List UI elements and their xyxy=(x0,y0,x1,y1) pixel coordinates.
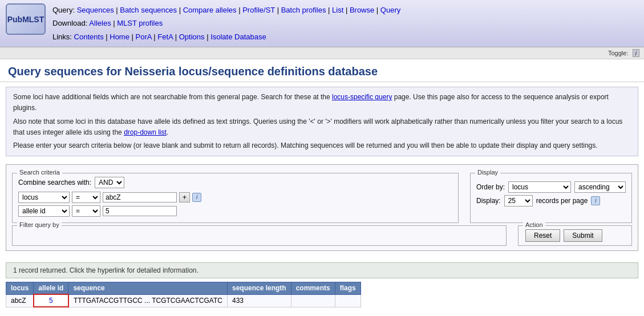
allele-id-link[interactable]: 5 xyxy=(49,297,53,305)
search-panel-inner: Search criteria Combine searches with: A… xyxy=(12,169,632,223)
records-per-page-label: records per page xyxy=(536,197,588,205)
nav-link-feta[interactable]: FetA xyxy=(157,33,173,41)
display-section: Display Order by: locus allele id sequen… xyxy=(470,173,632,223)
value-input-2[interactable] xyxy=(103,206,177,216)
toggle-bar: Toggle: i xyxy=(0,47,644,59)
direction-select[interactable]: ascending descending xyxy=(574,181,626,193)
nav-link-mlst-profiles[interactable]: MLST profiles xyxy=(117,19,163,27)
cell-locus: abcZ xyxy=(6,294,34,307)
col-sequence-length: sequence length xyxy=(227,282,291,295)
add-row-button[interactable]: + xyxy=(179,192,190,202)
criteria-row-2: allele id locus sequence = contains < > xyxy=(18,205,452,217)
nav-link-contents[interactable]: Contents xyxy=(74,33,104,41)
col-locus: locus xyxy=(6,282,34,295)
results-section: locus allele id sequence sequence length… xyxy=(6,282,638,307)
result-info-text: 1 record returned. Click the hyperlink f… xyxy=(13,266,199,274)
filter-section-title: Filter query by xyxy=(17,221,62,228)
records-per-page-select[interactable]: 10 25 50 100 all xyxy=(504,195,533,206)
toggle-label: Toggle: xyxy=(608,50,628,56)
nav-link-batch-sequences[interactable]: Batch sequences xyxy=(120,6,177,14)
order-by-row: Order by: locus allele id sequence lengt… xyxy=(476,181,626,193)
links-label: Links: xyxy=(52,33,72,41)
display-title: Display xyxy=(475,169,500,176)
nav-link-sequences[interactable]: Sequences xyxy=(77,6,114,14)
col-allele-id: allele id xyxy=(34,282,68,295)
search-criteria-section: Search criteria Combine searches with: A… xyxy=(12,173,459,223)
toggle-icon[interactable]: i xyxy=(633,49,639,57)
col-flags: flags xyxy=(335,282,361,295)
display-info-icon[interactable]: i xyxy=(591,196,600,205)
query-label: Query: xyxy=(52,6,75,14)
order-by-select[interactable]: locus allele id sequence length xyxy=(508,181,571,193)
search-criteria-title: Search criteria xyxy=(17,169,62,176)
download-links: Alleles | MLST profiles xyxy=(89,19,163,27)
download-nav-row: Download: Alleles | MLST profiles xyxy=(52,17,400,30)
cell-allele-id[interactable]: 5 xyxy=(34,294,68,307)
operator-select-2[interactable]: = contains < > xyxy=(72,205,100,217)
action-title: Action xyxy=(523,221,545,228)
nav-link-profile/st[interactable]: Profile/ST xyxy=(242,6,275,14)
table-header-row: locus allele id sequence sequence length… xyxy=(6,282,361,295)
field-select-2[interactable]: allele id locus sequence xyxy=(18,205,70,217)
filter-section: Filter query by xyxy=(12,225,507,246)
field-select-1[interactable]: locus allele id sequence xyxy=(18,192,70,203)
reset-button[interactable]: Reset xyxy=(525,229,560,242)
nav-link-isolate-database[interactable]: Isolate Database xyxy=(210,33,266,41)
nav-link-compare-alleles[interactable]: Compare alleles xyxy=(183,6,237,14)
nav-link-browse[interactable]: Browse xyxy=(350,6,374,14)
operator-select-1[interactable]: = contains < > xyxy=(72,192,100,203)
combine-label: Combine searches with: xyxy=(18,179,91,187)
nav-link-query[interactable]: Query xyxy=(380,6,400,14)
criteria-info-icon[interactable]: i xyxy=(192,193,201,202)
locus-specific-query-link[interactable]: locus-specific query xyxy=(332,93,392,101)
links-links: Contents | Home | PorA | FetA | Options … xyxy=(74,33,266,41)
drop-down-link[interactable]: drop-down list xyxy=(124,128,167,136)
combine-select[interactable]: AND OR xyxy=(95,177,124,188)
value-input-1[interactable] xyxy=(103,192,177,202)
display-label: Display: xyxy=(476,197,501,205)
query-nav-row: Query: Sequences | Batch sequences | Com… xyxy=(52,3,400,17)
filter-action-row: Filter query by Action Reset Submit xyxy=(12,225,632,246)
page-title: Query sequences for Neisseria locus/sequ… xyxy=(8,65,636,78)
page-title-bar: Query sequences for Neisseria locus/sequ… xyxy=(0,59,644,82)
nav-link-options[interactable]: Options xyxy=(179,33,205,41)
info-para-3: Please enter your search criteria below … xyxy=(13,140,631,151)
pubmlst-logo: PubMLST xyxy=(6,3,46,35)
header-nav: Query: Sequences | Batch sequences | Com… xyxy=(52,3,400,43)
info-para-2: Also note that some loci in this databas… xyxy=(13,116,631,138)
cell-flags xyxy=(335,294,361,307)
nav-link-pora[interactable]: PorA xyxy=(136,33,152,41)
search-panel: Search criteria Combine searches with: A… xyxy=(6,164,638,251)
info-box: Some loci have additional fields which a… xyxy=(6,87,638,156)
criteria-row-1: locus allele id sequence = contains < > … xyxy=(18,192,452,203)
links-nav-row: Links: Contents | Home | PorA | FetA | O… xyxy=(52,30,400,43)
submit-button[interactable]: Submit xyxy=(564,229,602,242)
cell-comments xyxy=(291,294,335,307)
order-by-label: Order by: xyxy=(476,183,505,191)
main-content: Search criteria Combine searches with: A… xyxy=(0,161,644,259)
logo-text: PubMLST xyxy=(7,15,44,24)
results-table: locus allele id sequence sequence length… xyxy=(6,282,361,307)
col-comments: comments xyxy=(291,282,335,295)
result-info-bar: 1 record returned. Click the hyperlink f… xyxy=(6,262,638,278)
header: PubMLST Query: Sequences | Batch sequenc… xyxy=(0,0,644,47)
nav-link-batch-profiles[interactable]: Batch profiles xyxy=(281,6,326,14)
combine-row: Combine searches with: AND OR xyxy=(18,177,452,188)
results-tbody: abcZ5TTTGATACCGTTGCC ... TCGTCGAACTCGATC… xyxy=(6,294,361,307)
col-sequence: sequence xyxy=(68,282,228,295)
action-section: Action Reset Submit xyxy=(518,225,632,246)
nav-link-home[interactable]: Home xyxy=(110,33,129,41)
cell-sequence-length: 433 xyxy=(227,294,291,307)
query-links: Sequences | Batch sequences | Compare al… xyxy=(77,6,401,14)
download-label: Download: xyxy=(52,19,87,27)
cell-sequence: TTTGATACCGTTGCC ... TCGTCGAACTCGATC xyxy=(68,294,228,307)
table-row: abcZ5TTTGATACCGTTGCC ... TCGTCGAACTCGATC… xyxy=(6,294,361,307)
info-para-1: Some loci have additional fields which a… xyxy=(13,92,631,114)
nav-link-list[interactable]: List xyxy=(332,6,343,14)
nav-link-alleles[interactable]: Alleles xyxy=(89,19,111,27)
display-records-row: Display: 10 25 50 100 all records per pa… xyxy=(476,195,626,206)
